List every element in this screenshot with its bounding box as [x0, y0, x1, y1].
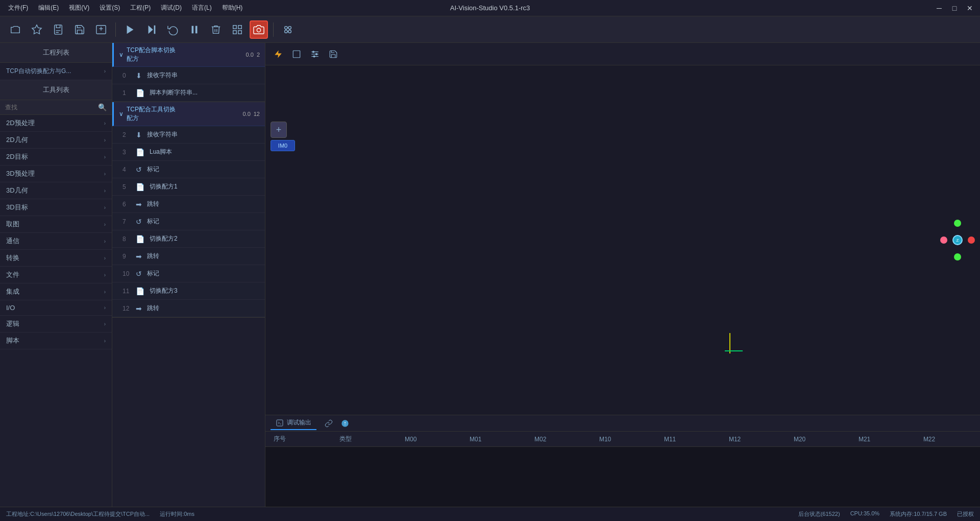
tool-category-3d-preprocess[interactable]: 3D预处理 ›: [0, 165, 112, 182]
step-button[interactable]: [142, 20, 161, 39]
save-image-button[interactable]: [326, 46, 341, 62]
collapse-icon[interactable]: ∨: [119, 51, 124, 58]
reset-button[interactable]: [164, 20, 182, 39]
debug-panel: 调试输出: [265, 415, 980, 507]
add-node-button[interactable]: +: [271, 122, 287, 138]
tool-category-script[interactable]: 脚本 ›: [0, 333, 112, 349]
jump-icon: ➡: [136, 200, 142, 208]
collapse-icon[interactable]: ∨: [119, 110, 124, 117]
tool-category-io[interactable]: I/O ›: [0, 300, 112, 316]
col-m11: M11: [656, 432, 721, 447]
tool-category-2d-geometry[interactable]: 2D几何 ›: [0, 132, 112, 149]
chevron-right-icon: ›: [104, 338, 106, 344]
flow-item-11[interactable]: 11 📄 切换配方3: [112, 282, 265, 300]
flow-group-1-header[interactable]: ∨ TCP配合脚本切换 配方 0.0 2: [112, 43, 265, 67]
tool-category-label: I/O: [6, 304, 15, 312]
flow-item-6[interactable]: 6 ➡ 跳转: [112, 196, 265, 213]
tool-category-3d-target[interactable]: 3D目标 ›: [0, 199, 112, 216]
chevron-right-icon: ›: [104, 321, 106, 327]
menu-settings[interactable]: 设置(S): [95, 3, 124, 13]
flow-item-3[interactable]: 3 📄 Lua脚本: [112, 144, 265, 161]
maximize-button[interactable]: □: [948, 2, 961, 14]
info-icon[interactable]: [341, 419, 349, 428]
menu-file[interactable]: 文件(F): [4, 3, 32, 13]
tool-category-2d-preprocess[interactable]: 2D预处理 ›: [0, 115, 112, 132]
menu-debug[interactable]: 调试(D): [157, 3, 186, 13]
minimize-button[interactable]: ─: [933, 2, 945, 14]
tool-category-integration[interactable]: 集成 ›: [0, 283, 112, 300]
delete-button[interactable]: [207, 20, 225, 39]
menu-view[interactable]: 视图(V): [65, 3, 93, 13]
debug-output-tab[interactable]: 调试输出: [271, 416, 316, 430]
flow-item-label: 接收字符串: [147, 130, 178, 139]
flow-item-index: 4: [122, 166, 131, 173]
memory-status: 系统内存:10.7/15.7 GB: [890, 510, 947, 518]
tool-category-3d-geometry[interactable]: 3D几何 ›: [0, 182, 112, 199]
flow-group-2-header[interactable]: ∨ TCP配合工具切换 配方 0.0 12: [112, 102, 265, 126]
link-button[interactable]: [279, 20, 297, 39]
tool-category-label: 转换: [6, 253, 19, 263]
pause-button[interactable]: [185, 20, 204, 39]
flow-item-5[interactable]: 5 📄 切换配方1: [112, 178, 265, 196]
import-button[interactable]: [92, 20, 110, 39]
chevron-right-icon: ›: [104, 255, 106, 261]
new-button[interactable]: [28, 20, 46, 39]
title-bar: 文件(F) 编辑(E) 视图(V) 设置(S) 工程(P) 调试(D) 语言(L…: [0, 0, 980, 16]
tool-category-file[interactable]: 文件 ›: [0, 267, 112, 283]
save-as-button[interactable]: [49, 20, 67, 39]
link-icon[interactable]: [325, 419, 333, 428]
menu-edit[interactable]: 编辑(E): [34, 3, 63, 13]
tool-category-logic[interactable]: 逻辑 ›: [0, 316, 112, 333]
square-button[interactable]: [289, 46, 304, 62]
tool-category-2d-target[interactable]: 2D目标 ›: [0, 149, 112, 165]
project-item[interactable]: TCP自动切换配方与G... ›: [0, 63, 112, 80]
tool-category-capture[interactable]: 取图 ›: [0, 216, 112, 233]
flow-item-12[interactable]: 12 ➡ 跳转: [112, 300, 265, 317]
menu-project[interactable]: 工程(P): [126, 3, 155, 13]
y-axis-dot: [954, 220, 961, 227]
flow-item-2[interactable]: 2 ⬇ 接收字符串: [112, 126, 265, 144]
save-button[interactable]: [70, 20, 89, 39]
separator1: [115, 22, 116, 37]
tool-category-label: 2D目标: [6, 152, 28, 161]
chevron-right-icon: ›: [104, 188, 106, 194]
svg-point-13: [285, 26, 288, 29]
debug-tabs: 调试输出: [265, 415, 980, 432]
search-input[interactable]: [5, 104, 98, 111]
flow-item-1[interactable]: 1 📄 脚本判断字符串...: [112, 84, 265, 102]
mark-icon: ↺: [136, 218, 142, 226]
camera-button[interactable]: [250, 20, 268, 39]
debug-tab-label: 调试输出: [287, 418, 311, 427]
flow-item-4[interactable]: 4 ↺ 标记: [112, 161, 265, 178]
lightning-button[interactable]: [271, 46, 286, 62]
flow-group-1: ∨ TCP配合脚本切换 配方 0.0 2 0 ⬇ 接收字符串 1 📄 脚本: [112, 43, 265, 102]
run-button[interactable]: [121, 20, 139, 39]
search-icon[interactable]: 🔍: [98, 103, 107, 111]
close-button[interactable]: ✕: [964, 2, 976, 14]
grid-button[interactable]: [228, 20, 247, 39]
tool-category-convert[interactable]: 转换 ›: [0, 250, 112, 267]
backend-status: 后台状态(61522): [798, 510, 840, 518]
flow-item-10[interactable]: 10 ↺ 标记: [112, 265, 265, 282]
main-layout: 工程列表 TCP自动切换配方与G... › 工具列表 🔍 2D预处理 › 2D几…: [0, 43, 980, 507]
col-type: 类型: [331, 432, 397, 447]
tool-category-label: 2D预处理: [6, 119, 35, 128]
window-controls: ─ □ ✕: [933, 2, 976, 14]
tool-category-label: 文件: [6, 270, 19, 279]
left-sidebar: 工程列表 TCP自动切换配方与G... › 工具列表 🔍 2D预处理 › 2D几…: [0, 43, 112, 507]
flow-item-7[interactable]: 7 ↺ 标记: [112, 213, 265, 230]
chevron-right-icon: ›: [104, 154, 106, 160]
tool-category-communication[interactable]: 通信 ›: [0, 233, 112, 250]
flow-item-index: 6: [122, 201, 131, 208]
svg-rect-5: [154, 25, 156, 34]
flow-item-8[interactable]: 8 📄 切换配方2: [112, 230, 265, 248]
tool-list: 2D预处理 › 2D几何 › 2D目标 › 3D预处理 › 3D几何 ›: [0, 115, 112, 507]
flow-item-0[interactable]: 0 ⬇ 接收字符串: [112, 67, 265, 84]
flow-item-9[interactable]: 9 ➡ 跳转: [112, 248, 265, 265]
distribute-button[interactable]: [307, 46, 323, 62]
tool-category-label: 集成: [6, 287, 19, 296]
open-project-button[interactable]: [6, 20, 24, 39]
debug-table: 序号 类型 M00 M01 M02 M10 M11 M12 M20 M21 M2…: [265, 432, 980, 507]
menu-language[interactable]: 语言(L): [188, 3, 216, 13]
menu-help[interactable]: 帮助(H): [218, 3, 247, 13]
